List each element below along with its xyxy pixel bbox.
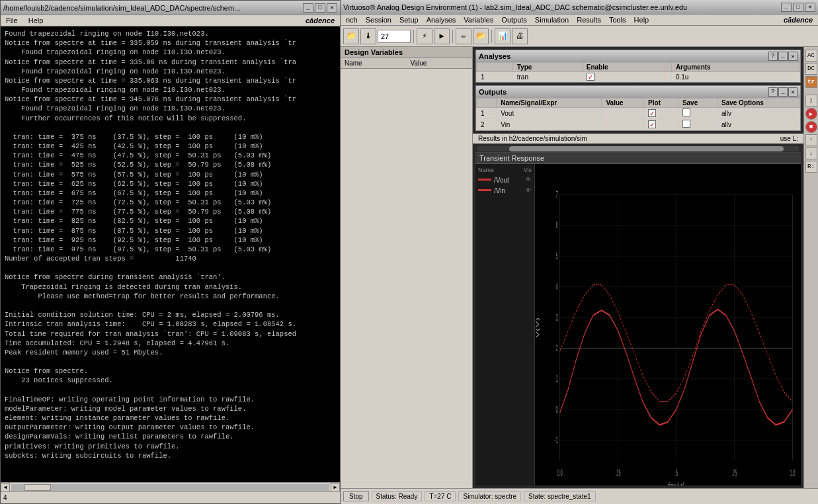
horizontal-scrollbar[interactable]: ◀ ▶ [1,482,340,491]
run-button[interactable]: ▶ [434,28,450,44]
left-window-title: /home/louisb2/cadence/simulation/sim_Ide… [3,4,303,12]
name-column-header: Name [341,59,407,67]
outputs-row-value [602,108,644,119]
right-close-button[interactable]: ✕ [805,3,815,12]
left-titlebar: /home/louisb2/cadence/simulation/sim_Ide… [1,1,340,15]
outputs-minimize-button[interactable]: _ [778,87,788,97]
right-toolbar: 📁 🌡 27 ⚡ ▶ ✏ 📂 📊 🖨 [341,26,818,47]
graph-svg: 7 6 5 4 3 2 1 0 -1 V(V) [535,164,801,485]
tran-icon[interactable]: tr [805,76,817,88]
design-variables-header: Design Variables [341,47,472,58]
graph-area: Transient Response Name Vis /Vout [475,145,801,485]
analyses-title: Analyses [479,52,511,60]
analyses-row-type: tran [512,72,582,82]
outputs-question-button[interactable]: ? [768,87,778,97]
right-maximize-button[interactable]: □ [793,3,803,12]
svg-text:4: 4 [555,281,557,292]
nch-menu[interactable]: nch [343,15,360,24]
vin-label: /Vin [494,187,505,194]
scrollbar-thumb[interactable] [24,484,51,491]
left-page-number: 4 [3,494,7,501]
outputs-titlebar: Outputs ? _ ✕ [476,86,800,98]
outputs-row: 2 Vin ✓ allv [477,119,800,130]
tools-menu[interactable]: Tools [606,15,629,24]
edit-button[interactable]: ✏ [456,28,471,44]
ac-icon[interactable]: AC [805,50,817,62]
scroll-right-button[interactable]: ▶ [331,483,340,492]
svg-text:0: 0 [555,404,557,415]
minimize-button[interactable]: _ [303,3,313,13]
temperature-input[interactable]: 27 [378,30,411,43]
analyses-row: 1 tran ✓ 0.1u [477,72,800,82]
right-help-menu[interactable]: Help [632,15,652,24]
results-bar: Results in h2/cadence/simulation/sim use… [473,134,803,144]
toolbar-separator-3 [491,30,492,43]
arrow-up-icon[interactable]: ↑ [805,134,817,146]
help-menu[interactable]: Help [26,16,46,25]
r-label: R: [805,161,817,173]
analyses-question-button[interactable]: ? [768,52,778,61]
virtuoso-window: Virtuoso® Analog Design Environment (1) … [341,0,818,504]
simulation-menu[interactable]: Simulation [532,15,571,24]
analyses-panel-buttons: ? _ ✕ [768,52,798,61]
status-ready: Status: Ready [372,491,423,501]
netlist-button[interactable]: ⚡ [417,28,432,44]
folder2-button[interactable]: 📂 [473,28,489,44]
outputs-menu[interactable]: Outputs [499,15,530,24]
outputs-row-saveopts: allv [717,108,799,119]
session-menu[interactable]: Session [363,15,394,24]
outputs-row-save[interactable] [678,119,717,130]
analyses-type-col: Type [512,63,582,72]
use-l-label: use L: [780,135,798,142]
print-button[interactable]: 🖨 [512,28,528,44]
stop-button[interactable]: Stop [343,491,369,501]
graph-plot: 7 6 5 4 3 2 1 0 -1 V(V) [535,164,801,485]
svg-text:.5: .5 [675,468,678,478]
outputs-row-plot[interactable]: ✓ [644,119,678,130]
legend-name-col: Name [478,167,494,173]
temperature-status: T=27 C [425,491,456,501]
bottom-status-bar: Stop Status: Ready T=27 C Simulator: spe… [341,488,818,504]
dc-icon[interactable]: DC [805,63,817,75]
terminal-output[interactable]: Found trapezoidal ringing on node I10.I3… [1,26,340,482]
graph-scrollbar-track[interactable] [477,146,799,151]
setup-menu[interactable]: Setup [397,15,421,24]
play-icon[interactable]: ▶ [805,108,817,120]
outputs-row-save[interactable] [678,108,717,119]
file-menu[interactable]: File [3,16,20,25]
outputs-title: Outputs [479,88,507,96]
outputs-row-value [602,119,644,130]
graph-scrollbar-thumb[interactable] [509,146,784,151]
right-titlebar: Virtuoso® Analog Design Environment (1) … [341,0,818,15]
arrow-down-icon[interactable]: ↓ [805,147,817,159]
stop-icon[interactable]: ■ [805,121,817,133]
graph-scrollbar-top[interactable] [475,145,801,153]
waveform-button[interactable]: 📊 [495,28,511,44]
maximize-button[interactable]: □ [315,3,325,13]
state-status: State: spectre_state1 [524,491,596,501]
svg-text:6: 6 [555,220,557,230]
right-window-title: Virtuoso® Analog Design Environment (1) … [343,3,781,11]
param-icon[interactable]: ⟩ [805,95,817,106]
outputs-num-col [477,99,497,108]
results-menu[interactable]: Results [574,15,604,24]
open-folder-button[interactable]: 📁 [343,28,359,44]
scroll-left-button[interactable]: ◀ [1,483,10,492]
outputs-panel-buttons: ? _ ✕ [768,87,798,97]
close-button[interactable]: ✕ [327,3,337,13]
vin-visibility-icon[interactable]: 👁 [525,187,532,194]
right-minimize-button[interactable]: _ [781,3,792,12]
outputs-name-col: Name/Signal/Expr [497,99,602,108]
outputs-row-plot[interactable]: ✓ [644,108,678,119]
svg-text:time (us): time (us) [668,480,684,485]
analyses-minimize-button[interactable]: _ [778,52,788,61]
outputs-row-saveopts: allv [717,119,799,130]
variables-menu[interactable]: Variables [461,15,496,24]
scrollbar-track[interactable] [11,484,329,491]
vout-visibility-icon[interactable]: 👁 [525,176,532,184]
analyses-row-enable[interactable]: ✓ [582,72,671,82]
analyses-menu[interactable]: Analyses [424,15,459,24]
outputs-close-button[interactable]: ✕ [788,87,798,97]
analyses-close-button[interactable]: ✕ [788,52,798,61]
legend-item-vin: /Vin 👁 [478,187,532,194]
